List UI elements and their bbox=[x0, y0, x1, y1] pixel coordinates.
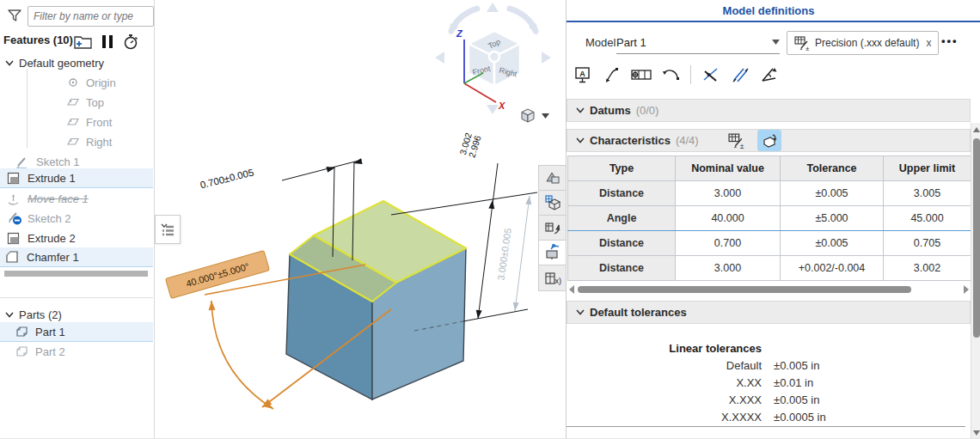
datum-display-button[interactable] bbox=[539, 191, 567, 216]
cell-type: Distance bbox=[568, 256, 676, 281]
panel-vertical-scrollbar[interactable] bbox=[971, 123, 980, 439]
tolerance-value: ±0.0005 in bbox=[774, 411, 862, 424]
fcf-display-button[interactable]: x) bbox=[539, 265, 567, 290]
toolbar-separator bbox=[690, 65, 691, 84]
display-states-button[interactable] bbox=[539, 241, 567, 265]
cube-icon bbox=[519, 107, 536, 125]
overflow-menu-button[interactable]: ••• bbox=[941, 34, 959, 47]
tree-item-extrude2[interactable]: Extrude 2 bbox=[0, 229, 153, 247]
precision-icon[interactable]: ± bbox=[728, 132, 745, 149]
tolerance-value: ±0.005 in bbox=[774, 359, 862, 372]
caret-down-icon bbox=[542, 113, 549, 119]
linear-tolerances-heading: Linear tolerances bbox=[567, 342, 762, 355]
tree-node-label: Parts (2) bbox=[19, 308, 62, 321]
panel-title: Model definitions bbox=[567, 4, 971, 17]
filter-input[interactable] bbox=[28, 6, 154, 27]
characteristics-section-header[interactable]: Characteristics (4/4) ± bbox=[567, 129, 971, 152]
characteristics-table: Type Nominal value Tolerance Upper limit… bbox=[567, 155, 971, 281]
model-select[interactable]: Part 1 bbox=[616, 31, 780, 54]
parallel-characteristic-tool[interactable] bbox=[729, 64, 751, 86]
protractor-icon bbox=[760, 65, 779, 84]
linear-tolerances-block: Linear tolerances Default ±0.005 in X.XX… bbox=[567, 342, 850, 424]
default-tolerances-section-header[interactable]: Default tolerances bbox=[567, 301, 971, 324]
panel-title-rule bbox=[567, 21, 980, 22]
precision-chip-remove[interactable]: x bbox=[926, 37, 931, 49]
suppress-pause-icon[interactable] bbox=[102, 35, 113, 48]
datum-label-tool[interactable]: A bbox=[572, 64, 594, 86]
view-options-button[interactable] bbox=[519, 105, 555, 127]
scroll-right-arrow[interactable] bbox=[964, 285, 969, 294]
svg-text:±: ± bbox=[739, 141, 744, 149]
precision-chip[interactable]: ± Precision (.xxx default) x bbox=[787, 31, 939, 55]
feature-control-frame-tool[interactable] bbox=[630, 64, 652, 86]
tree-item-label: Extrude 1 bbox=[28, 172, 76, 185]
sketch-suppressed-icon bbox=[7, 210, 25, 226]
cell-nominal: 3.000 bbox=[676, 181, 781, 206]
tree-item-origin[interactable]: Origin bbox=[0, 73, 153, 92]
cell-tolerance: ±0.005 bbox=[781, 181, 884, 206]
table-row[interactable]: Distance 3.000 ±0.005 3.005 bbox=[568, 181, 971, 206]
tree-item-part1[interactable]: Part 1 bbox=[0, 322, 153, 342]
chevron-down-icon bbox=[576, 309, 585, 315]
fcf-x-icon: x) bbox=[544, 270, 561, 287]
table-row[interactable]: Distance 3.000 +0.002/-0.004 3.002 bbox=[568, 256, 971, 281]
tolerance-value: ±0.01 in bbox=[774, 376, 862, 389]
tree-item-label: Part 1 bbox=[35, 326, 65, 338]
cell-type: Distance bbox=[568, 231, 676, 256]
tree-item-front-plane[interactable]: Front bbox=[0, 113, 153, 131]
distance-characteristic-tool[interactable] bbox=[700, 64, 722, 86]
col-upper-limit: Upper limit bbox=[884, 156, 971, 181]
part-icon bbox=[15, 326, 29, 338]
tolerance-label: X.XX bbox=[567, 376, 762, 389]
cell-upper: 3.002 bbox=[884, 256, 971, 281]
feature-list-toggle-button[interactable] bbox=[155, 215, 181, 244]
tree-item-sketch2[interactable]: Sketch 2 bbox=[0, 209, 153, 228]
cell-nominal: 40.000 bbox=[676, 206, 781, 231]
precision-chip-label: Precision (.xxx default) bbox=[815, 37, 919, 49]
rollback-bar[interactable] bbox=[4, 271, 148, 277]
tree-node-parts[interactable]: Parts (2) bbox=[0, 305, 153, 324]
svg-text:±: ± bbox=[805, 45, 810, 52]
tree-node-default-geometry[interactable]: Default geometry bbox=[0, 53, 153, 72]
tree-item-moveface1[interactable]: Move face 1 bbox=[0, 189, 153, 208]
svg-text:x): x) bbox=[555, 277, 562, 285]
characteristics-label: Characteristics bbox=[590, 134, 671, 147]
annotation-rotate-button[interactable] bbox=[539, 216, 567, 241]
auto-capture-button[interactable] bbox=[757, 130, 781, 151]
vertical-scroll-thumb[interactable] bbox=[973, 138, 980, 338]
model-label: Model bbox=[585, 36, 616, 49]
datum-label-icon: A bbox=[573, 65, 592, 84]
add-folder-icon[interactable] bbox=[74, 34, 92, 49]
appearance-button[interactable] bbox=[539, 166, 567, 191]
table-row-selected[interactable]: Angle 40.000 ±5.000 45.000 bbox=[568, 206, 971, 231]
scroll-up-arrow[interactable] bbox=[973, 127, 980, 132]
horizontal-scroll-thumb[interactable] bbox=[578, 286, 911, 293]
chevron-down-icon bbox=[576, 107, 585, 113]
table-row[interactable]: Distance 0.700 ±0.005 0.705 bbox=[568, 231, 971, 256]
table-horizontal-scrollbar[interactable] bbox=[567, 284, 971, 295]
toleranced-dimension-line bbox=[515, 196, 530, 311]
tolerance-label: Default bbox=[567, 359, 762, 372]
stopwatch-icon[interactable] bbox=[123, 34, 139, 50]
bent-leader-tool[interactable] bbox=[659, 64, 682, 86]
tree-item-label: Sketch 2 bbox=[28, 212, 71, 225]
precision-icon: ± bbox=[794, 35, 811, 52]
filter-icon[interactable] bbox=[7, 8, 22, 23]
feature-tree-sidebar: Features (10) Default geometry Origin To… bbox=[0, 0, 155, 439]
scroll-left-arrow[interactable] bbox=[569, 285, 574, 294]
tree-item-label: Move face 1 bbox=[28, 192, 89, 205]
scroll-down-arrow[interactable] bbox=[973, 430, 980, 436]
chevron-down-icon bbox=[5, 312, 14, 318]
origin-icon bbox=[67, 76, 79, 88]
tree-item-chamfer1[interactable]: Chamfer 1 bbox=[0, 247, 153, 267]
characteristics-count: (4/4) bbox=[676, 134, 699, 147]
tree-item-extrude1[interactable]: Extrude 1 bbox=[0, 168, 153, 188]
tree-item-right-plane[interactable]: Right bbox=[0, 132, 153, 151]
rotate-grid-icon bbox=[544, 219, 561, 236]
tree-item-part2[interactable]: Part 2 bbox=[0, 342, 153, 361]
leader-tool[interactable] bbox=[601, 64, 623, 86]
datums-section-header[interactable]: Datums (0/0) bbox=[567, 99, 971, 122]
tree-item-top-plane[interactable]: Top bbox=[0, 93, 153, 112]
angle-characteristic-tool[interactable] bbox=[758, 64, 781, 86]
part-body[interactable] bbox=[286, 201, 466, 399]
